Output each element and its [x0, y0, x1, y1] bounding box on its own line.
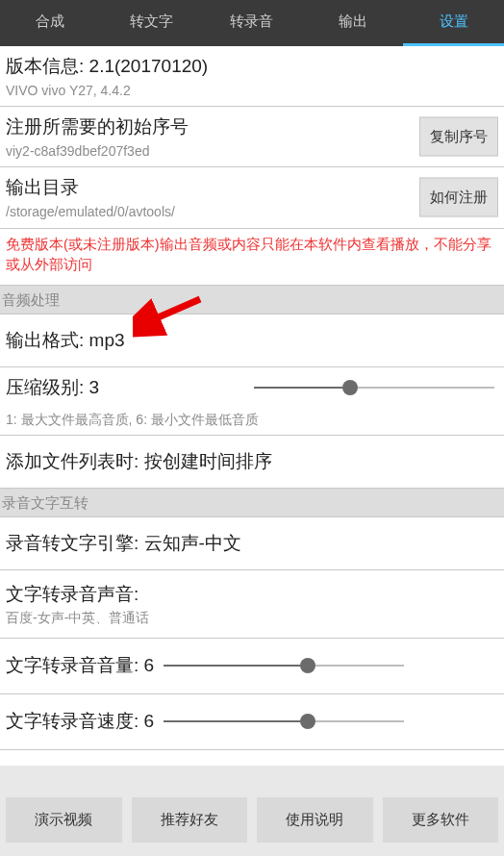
version-row: 版本信息: 2.1(20170120) VIVO vivo Y27, 4.4.2	[0, 46, 504, 107]
tts-speed-slider[interactable]	[164, 710, 404, 733]
tts-speed-prefix: 文字转录音速度:	[6, 711, 144, 731]
tts-volume-value: 6	[144, 655, 155, 675]
tts-voice-label: 文字转录音声音:	[6, 582, 498, 608]
tts-volume-label: 文字转录音音量: 6	[6, 653, 154, 678]
tts-volume-slider[interactable]	[164, 654, 404, 677]
tab-to-audio[interactable]: 转录音	[202, 0, 303, 46]
recommend-button[interactable]: 推荐好友	[132, 797, 248, 843]
stt-engine-prefix: 录音转文字引擎:	[6, 533, 144, 553]
output-format-row[interactable]: 输出格式: mp3	[0, 315, 504, 367]
stt-engine-value: 云知声-中文	[144, 533, 241, 553]
version-prefix: 版本信息:	[6, 56, 89, 76]
more-apps-button[interactable]: 更多软件	[383, 797, 499, 843]
out-format-value: mp3	[89, 330, 125, 350]
help-button[interactable]: 使用说明	[257, 797, 373, 843]
tts-pitch-row[interactable]: 文字转录音音调: 6	[0, 750, 504, 766]
tts-speed-fill	[164, 720, 308, 722]
sort-prefix: 添加文件列表时:	[6, 451, 144, 471]
compress-fill	[254, 387, 350, 389]
register-row: 注册所需要的初始序号 viy2-c8af39dbef207f3ed 复制序号	[0, 107, 504, 167]
tts-volume-thumb[interactable]	[300, 658, 315, 673]
settings-scroll[interactable]: 版本信息: 2.1(20170120) VIVO vivo Y27, 4.4.2…	[0, 46, 504, 766]
tts-speed-row[interactable]: 文字转录音速度: 6	[0, 694, 504, 750]
demo-video-button[interactable]: 演示视频	[6, 797, 122, 843]
tts-speed-value: 6	[144, 711, 155, 731]
tts-pitch-label: 文字转录音音调: 6	[6, 765, 154, 766]
compress-label: 压缩级别: 3	[6, 375, 99, 400]
compress-sub: 1: 最大文件最高音质, 6: 最小文件最低音质	[6, 412, 494, 429]
sort-row[interactable]: 添加文件列表时: 按创建时间排序	[0, 436, 504, 489]
out-format-prefix: 输出格式:	[6, 330, 89, 350]
tab-settings[interactable]: 设置	[403, 0, 504, 46]
tts-voice-sub: 百度-女声-中英、普通话	[6, 609, 498, 628]
section-stt: 录音文字互转	[0, 489, 504, 517]
tab-to-text[interactable]: 转文字	[101, 0, 202, 46]
sort-value: 按创建时间排序	[144, 451, 272, 471]
copy-serial-button[interactable]: 复制序号	[419, 117, 498, 157]
compress-thumb[interactable]	[342, 380, 358, 395]
tts-speed-thumb[interactable]	[300, 714, 315, 729]
section-audio: 音频处理	[0, 286, 504, 315]
top-tabs: 合成 转文字 转录音 输出 设置	[0, 0, 504, 46]
compress-row[interactable]: 压缩级别: 3 1: 最大文件最高音质, 6: 最小文件最低音质	[0, 367, 504, 436]
tts-voice-row[interactable]: 文字转录音声音: 百度-女声-中英、普通话	[0, 570, 504, 639]
compress-value: 3	[89, 377, 100, 397]
how-to-register-button[interactable]: 如何注册	[419, 178, 498, 217]
tts-speed-label: 文字转录音速度: 6	[6, 709, 154, 734]
version-device: VIVO vivo Y27, 4.4.2	[6, 82, 498, 101]
bottom-bar: 演示视频 推荐好友 使用说明 更多软件	[0, 788, 504, 856]
free-version-note: 免费版本(或未注册版本)输出音频或内容只能在本软件内查看播放，不能分享或从外部访…	[0, 229, 504, 286]
tab-output[interactable]: 输出	[302, 0, 403, 46]
stt-engine-row[interactable]: 录音转文字引擎: 云知声-中文	[0, 517, 504, 570]
outdir-row: 输出目录 /storage/emulated/0/avtools/ 如何注册	[0, 167, 504, 228]
compress-prefix: 压缩级别:	[6, 377, 89, 397]
tts-volume-fill	[164, 665, 308, 667]
tts-volume-prefix: 文字转录音音量:	[6, 655, 144, 675]
tab-synth[interactable]: 合成	[0, 0, 101, 46]
version-title: 版本信息: 2.1(20170120)	[6, 54, 498, 80]
tts-volume-row[interactable]: 文字转录音音量: 6	[0, 639, 504, 694]
version-value: 2.1(20170120)	[89, 56, 209, 76]
compress-slider[interactable]	[254, 376, 494, 399]
